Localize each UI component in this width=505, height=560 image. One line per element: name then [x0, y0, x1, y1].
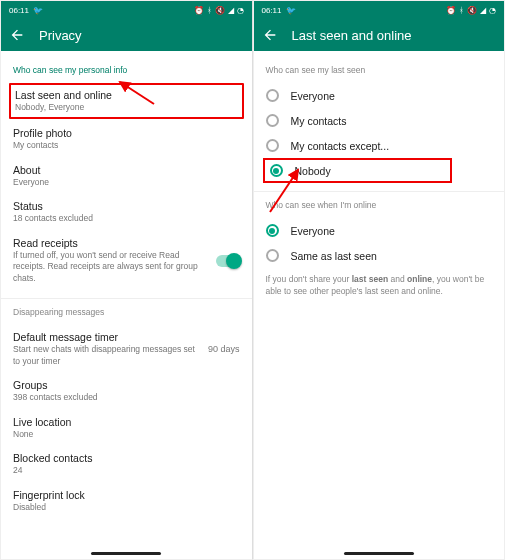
section-last-seen: Who can see my last seen	[266, 65, 493, 75]
mute-icon: 🔇	[215, 6, 225, 15]
item-subtitle: If turned off, you won't send or receive…	[13, 250, 240, 284]
bluetooth-icon: ᚼ	[459, 6, 464, 15]
twitter-icon: 🐦	[33, 6, 43, 15]
status-time: 06:11	[9, 6, 29, 15]
item-subtitle: 398 contacts excluded	[13, 392, 240, 403]
radio-icon	[270, 164, 283, 177]
item-profile-photo[interactable]: Profile photo My contacts	[13, 121, 240, 157]
screen-privacy: 06:11 🐦 ⏰ ᚼ 🔇 ◢ ◔ Privacy Who can see my…	[0, 0, 253, 560]
item-blocked-contacts[interactable]: Blocked contacts 24	[13, 446, 240, 482]
item-title: Status	[13, 200, 240, 212]
item-subtitle: 18 contacts excluded	[13, 213, 240, 224]
item-subtitle: Start new chats with disappearing messag…	[13, 344, 240, 367]
signal-icon: ◢	[480, 6, 486, 15]
item-subtitle: My contacts	[13, 140, 240, 151]
back-icon[interactable]	[9, 27, 25, 43]
item-title: Live location	[13, 416, 240, 428]
timer-value: 90 days	[208, 344, 240, 354]
item-title: Fingerprint lock	[13, 489, 240, 501]
radio-label: Same as last seen	[291, 250, 377, 262]
item-fingerprint-lock[interactable]: Fingerprint lock Disabled	[13, 483, 240, 519]
radio-icon	[266, 89, 279, 102]
radio-label: Everyone	[291, 90, 335, 102]
radio-nobody[interactable]: Nobody	[270, 162, 446, 179]
item-title: Groups	[13, 379, 240, 391]
radio-label: Nobody	[295, 165, 331, 177]
page-title: Privacy	[39, 28, 82, 43]
battery-icon: ◔	[489, 6, 496, 15]
toggle-read-receipts[interactable]	[216, 255, 240, 267]
radio-icon	[266, 224, 279, 237]
nav-handle[interactable]	[91, 552, 161, 555]
item-title: About	[13, 164, 240, 176]
app-bar: Privacy	[1, 19, 252, 51]
item-subtitle: Nobody, Everyone	[15, 102, 238, 113]
status-icons: ⏰ ᚼ 🔇 ◢ ◔	[194, 6, 244, 15]
mute-icon: 🔇	[467, 6, 477, 15]
item-title: Default message timer	[13, 331, 240, 343]
radio-online-everyone[interactable]: Everyone	[266, 218, 493, 243]
radio-my-contacts-except[interactable]: My contacts except...	[266, 133, 493, 158]
item-default-timer[interactable]: Default message timer Start new chats wi…	[13, 325, 240, 373]
back-icon[interactable]	[262, 27, 278, 43]
status-icons: ⏰ ᚼ 🔇 ◢ ◔	[446, 6, 496, 15]
section-disappearing: Disappearing messages	[13, 307, 240, 317]
item-live-location[interactable]: Live location None	[13, 410, 240, 446]
radio-icon	[266, 114, 279, 127]
item-last-seen-online[interactable]: Last seen and online Nobody, Everyone	[15, 89, 238, 113]
divider	[1, 298, 252, 299]
item-title: Read receipts	[13, 237, 240, 249]
radio-icon	[266, 249, 279, 262]
item-title: Profile photo	[13, 127, 240, 139]
alarm-icon: ⏰	[446, 6, 456, 15]
radio-label: My contacts except...	[291, 140, 390, 152]
item-subtitle: None	[13, 429, 240, 440]
radio-everyone[interactable]: Everyone	[266, 83, 493, 108]
radio-online-same[interactable]: Same as last seen	[266, 243, 493, 268]
item-subtitle: Disabled	[13, 502, 240, 513]
radio-my-contacts[interactable]: My contacts	[266, 108, 493, 133]
item-groups[interactable]: Groups 398 contacts excluded	[13, 373, 240, 409]
item-about[interactable]: About Everyone	[13, 158, 240, 194]
section-online: Who can see when I'm online	[266, 200, 493, 210]
screen-last-seen-online: 06:11 🐦 ⏰ ᚼ 🔇 ◢ ◔ Last seen and online W…	[253, 0, 506, 560]
item-status[interactable]: Status 18 contacts excluded	[13, 194, 240, 230]
status-bar: 06:11 🐦 ⏰ ᚼ 🔇 ◢ ◔	[254, 1, 505, 19]
signal-icon: ◢	[228, 6, 234, 15]
bluetooth-icon: ᚼ	[207, 6, 212, 15]
radio-label: My contacts	[291, 115, 347, 127]
highlight-last-seen: Last seen and online Nobody, Everyone	[9, 83, 244, 119]
battery-icon: ◔	[237, 6, 244, 15]
page-title: Last seen and online	[292, 28, 412, 43]
app-bar: Last seen and online	[254, 19, 505, 51]
radio-icon	[266, 139, 279, 152]
item-title: Blocked contacts	[13, 452, 240, 464]
item-subtitle: 24	[13, 465, 240, 476]
item-read-receipts[interactable]: Read receipts If turned off, you won't s…	[13, 231, 240, 290]
radio-label: Everyone	[291, 225, 335, 237]
section-personal-info: Who can see my personal info	[13, 65, 240, 75]
item-subtitle: Everyone	[13, 177, 240, 188]
highlight-nobody: Nobody	[263, 158, 453, 183]
info-note: If you don't share your last seen and on…	[266, 274, 493, 298]
nav-handle[interactable]	[344, 552, 414, 555]
status-time: 06:11	[262, 6, 282, 15]
twitter-icon: 🐦	[286, 6, 296, 15]
item-title: Last seen and online	[15, 89, 238, 101]
divider	[254, 191, 505, 192]
alarm-icon: ⏰	[194, 6, 204, 15]
status-bar: 06:11 🐦 ⏰ ᚼ 🔇 ◢ ◔	[1, 1, 252, 19]
